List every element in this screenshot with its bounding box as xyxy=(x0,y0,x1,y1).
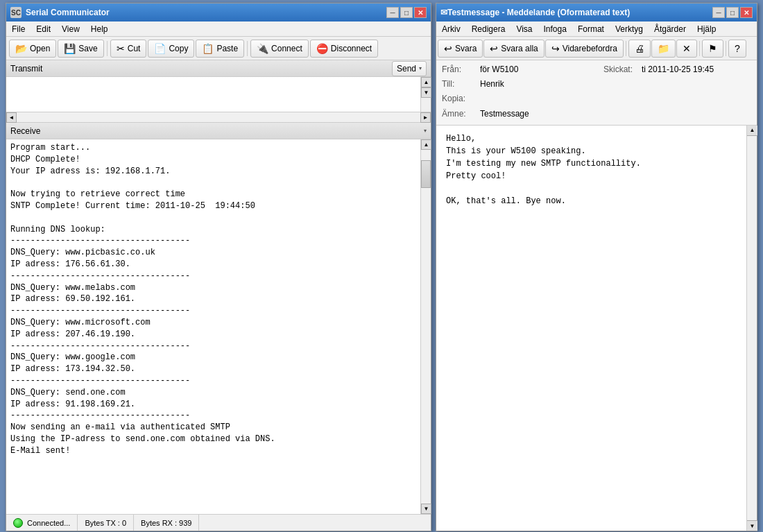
connect-icon: 🔌 xyxy=(257,43,268,54)
connection-led xyxy=(13,518,23,528)
email-window-controls: ─ □ ✕ xyxy=(712,7,753,18)
flag-button[interactable]: ⚑ xyxy=(702,40,723,58)
status-connected: Connected... xyxy=(6,515,78,531)
email-subject-row: Ämne: Testmessage xyxy=(442,108,751,121)
email-app-icon: ✉ xyxy=(440,8,447,17)
email-header-section: Från: för W5100 Skickat: ti 2011-10-25 1… xyxy=(436,60,757,126)
to-label: Till: xyxy=(442,78,480,91)
transmit-label: Transmit xyxy=(10,64,42,74)
receive-dropdown-icon: ▾ xyxy=(424,128,427,134)
toolbar-separator-2 xyxy=(247,41,248,56)
email-separator-1 xyxy=(626,41,626,56)
send-button[interactable]: Send ▾ xyxy=(392,61,427,76)
cc-value xyxy=(480,92,751,105)
email-menu-visa[interactable]: Visa xyxy=(511,23,538,35)
cut-button[interactable]: ✂ Cut xyxy=(110,40,147,58)
email-menu-redigera[interactable]: Redigera xyxy=(466,23,511,35)
open-icon: 📂 xyxy=(15,43,27,54)
from-value: för W5100 xyxy=(480,63,590,76)
email-titlebar: ✉ Testmessage - Meddelande (Oformaterad … xyxy=(436,3,757,22)
cc-label: Kopia: xyxy=(442,92,480,105)
copy-button[interactable]: 📄 Copy xyxy=(148,40,194,58)
email-menu-atgarder[interactable]: Åtgärder xyxy=(649,23,692,35)
paste-icon: 📋 xyxy=(202,43,214,54)
help-icon: ? xyxy=(735,43,740,54)
transmit-scroll-left[interactable]: ◄ xyxy=(6,112,17,123)
serial-minimize-btn[interactable]: ─ xyxy=(386,7,399,18)
transmit-scrollbar: ▲ ▼ xyxy=(420,77,431,112)
email-menu-hjalp[interactable]: Hjälp xyxy=(692,23,721,35)
email-window-title: Testmessage - Meddelande (Oformaterad te… xyxy=(447,8,712,17)
disconnect-button[interactable]: ⛔ Disconnect xyxy=(310,40,378,58)
menu-help[interactable]: Help xyxy=(85,23,114,35)
delete-icon: ✕ xyxy=(683,43,691,54)
toolbar-separator-1 xyxy=(107,41,108,56)
email-scroll-up[interactable]: ▲ xyxy=(747,126,757,136)
subject-value: Testmessage xyxy=(480,108,751,121)
move-button[interactable]: 📁 xyxy=(651,40,676,58)
receive-content: Program start... DHCP Complete! Your IP … xyxy=(6,139,431,514)
email-menu-verktyg[interactable]: Verktyg xyxy=(610,23,649,35)
reply-button[interactable]: ↩ Svara xyxy=(438,40,483,58)
help-button[interactable]: ? xyxy=(728,40,746,58)
email-menu-bar: Arkiv Redigera Visa Infoga Format Verkty… xyxy=(436,22,757,37)
email-window: ✉ Testmessage - Meddelande (Oformaterad … xyxy=(436,3,757,531)
menu-view[interactable]: View xyxy=(56,23,85,35)
email-body: Hello, This is your W5100 speaking. I'm … xyxy=(436,126,746,531)
print-button[interactable]: 🖨 xyxy=(628,40,651,58)
subject-label: Ämne: xyxy=(442,108,480,121)
send-dropdown-icon: ▾ xyxy=(419,65,422,71)
transmit-input[interactable] xyxy=(6,77,420,112)
sent-value: ti 2011-10-25 19:45 xyxy=(642,63,751,76)
forward-button[interactable]: ↪ Vidarebefordra xyxy=(545,40,624,58)
receive-label: Receive xyxy=(10,126,40,136)
move-icon: 📁 xyxy=(658,43,669,54)
connect-button[interactable]: 🔌 Connect xyxy=(250,40,309,58)
to-value: Henrik xyxy=(480,78,751,91)
copy-icon: 📄 xyxy=(154,43,166,54)
email-maximize-btn[interactable]: □ xyxy=(726,7,739,18)
email-minimize-btn[interactable]: ─ xyxy=(712,7,725,18)
delete-button[interactable]: ✕ xyxy=(676,40,697,58)
email-cc-row: Kopia: xyxy=(442,92,751,105)
transmit-scroll-right[interactable]: ► xyxy=(420,112,431,123)
serial-window-title: Serial Communicator xyxy=(26,8,386,17)
receive-scroll-thumb[interactable] xyxy=(421,160,431,188)
receive-scroll-up[interactable]: ▲ xyxy=(421,139,431,150)
email-menu-arkiv[interactable]: Arkiv xyxy=(436,23,466,35)
email-menu-infoga[interactable]: Infoga xyxy=(538,23,572,35)
paste-button[interactable]: 📋 Paste xyxy=(196,40,244,58)
reply-all-button[interactable]: ↩ Svara alla xyxy=(483,40,544,58)
serial-app-icon: SC xyxy=(10,7,22,18)
sent-label: Skickat: xyxy=(603,63,642,76)
save-button[interactable]: 💾 Save xyxy=(58,40,103,58)
disconnect-icon: ⛔ xyxy=(316,43,328,54)
email-close-btn[interactable]: ✕ xyxy=(740,7,753,18)
receive-scrollbar: ▲ ▼ xyxy=(420,139,431,514)
email-to-row: Till: Henrik xyxy=(442,78,751,91)
print-icon: 🖨 xyxy=(635,43,644,54)
email-scroll-down[interactable]: ▼ xyxy=(747,520,757,531)
status-bytes-tx: Bytes TX : 0 xyxy=(78,515,134,531)
transmit-scroll-up[interactable]: ▲ xyxy=(421,77,431,87)
reply-all-icon: ↩ xyxy=(490,43,498,54)
serial-maximize-btn[interactable]: □ xyxy=(400,7,413,18)
email-menu-format[interactable]: Format xyxy=(572,23,610,35)
transmit-h-scrollbar: ◄ ► xyxy=(6,112,431,122)
transmit-scroll-down[interactable]: ▼ xyxy=(421,87,431,98)
menu-file[interactable]: File xyxy=(6,23,31,35)
email-toolbar: ↩ Svara ↩ Svara alla ↪ Vidarebefordra 🖨 … xyxy=(436,37,757,60)
receive-scroll-down[interactable]: ▼ xyxy=(421,504,431,514)
open-button[interactable]: 📂 Open xyxy=(9,40,56,58)
serial-status-bar: Connected... Bytes TX : 0 Bytes RX : 939 xyxy=(6,514,431,531)
menu-edit[interactable]: Edit xyxy=(31,23,56,35)
receive-header: Receive ▾ xyxy=(6,123,431,139)
cut-icon: ✂ xyxy=(117,43,125,54)
transmit-section: Transmit Send ▾ ▲ ▼ ◄ ► xyxy=(6,60,431,123)
reply-icon: ↩ xyxy=(444,43,452,54)
serial-close-btn[interactable]: ✕ xyxy=(414,7,427,18)
serial-window-controls: ─ □ ✕ xyxy=(386,7,427,18)
receive-text-area: Program start... DHCP Complete! Your IP … xyxy=(6,139,420,514)
receive-section: Receive ▾ Program start... DHCP Complete… xyxy=(6,123,431,514)
transmit-input-row: ▲ ▼ xyxy=(6,77,431,112)
